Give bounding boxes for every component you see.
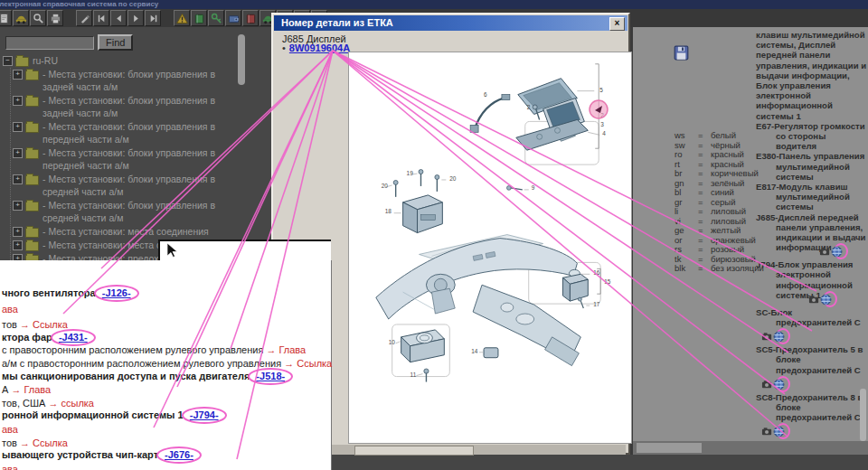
component-link[interactable]: -J431- <box>59 332 88 343</box>
folder-icon <box>25 70 39 80</box>
link-ring: -J126- <box>94 285 139 302</box>
doc-line-text: а/м с правосторонним расположением рулев… <box>2 358 284 369</box>
component-entry: E67-Регулятор громкости со стороны водит… <box>756 121 868 152</box>
part-link-ring <box>776 328 790 344</box>
tree-item[interactable]: +- Места установки: блоки управления в п… <box>13 120 240 146</box>
reference-text[interactable]: ава <box>2 424 18 435</box>
component-id: SC5- <box>756 344 776 354</box>
location-icon[interactable] <box>761 426 773 436</box>
doc-line: тов → Ссылка <box>2 319 68 330</box>
right-panel-vscrollbar[interactable] <box>860 389 866 441</box>
expand-icon[interactable]: + <box>13 122 23 132</box>
tree-item[interactable]: +- Места установки: блоки управления в с… <box>13 199 240 224</box>
search-icon[interactable] <box>30 10 46 26</box>
expand-icon[interactable]: + <box>13 240 23 250</box>
globe-icon[interactable] <box>820 294 832 304</box>
expand-icon[interactable]: + <box>13 227 23 237</box>
reference-text[interactable]: ава <box>2 304 18 315</box>
part-link-ring <box>823 291 837 307</box>
component-link[interactable]: -J126- <box>102 287 131 298</box>
location-icon[interactable] <box>808 294 820 304</box>
tree-scrollbar[interactable] <box>238 34 245 85</box>
doc-line: мы санкционирования доступа и пуска двиг… <box>2 371 288 381</box>
tree-item-label: - Места установки: блоки управления в пе… <box>42 146 240 172</box>
component-link[interactable]: -J794- <box>190 409 219 420</box>
reference-text[interactable]: → Ссылка <box>284 358 332 369</box>
nav-prev-icon[interactable] <box>110 10 127 26</box>
component-entry: E817-Модуль клавиш мультимедийной систем… <box>756 182 868 212</box>
location-icon[interactable] <box>761 379 773 389</box>
expand-icon[interactable]: − <box>3 56 13 66</box>
diagram-item-number: 17 <box>593 301 600 307</box>
reference-text[interactable]: ава <box>2 464 18 470</box>
find-button[interactable]: Find <box>98 34 133 51</box>
expand-icon[interactable]: + <box>13 174 23 184</box>
tree-item[interactable]: +- Места установки: блоки управления в з… <box>13 94 240 119</box>
save-floppy-icon[interactable] <box>674 45 689 61</box>
component-id: J685- <box>756 212 778 222</box>
diagram-item-number: 19 <box>407 170 414 176</box>
reference-text[interactable]: → Глава <box>266 344 306 355</box>
component-id: E817- <box>756 182 779 192</box>
print-icon[interactable] <box>47 10 63 26</box>
doc-line: а/м с правосторонним расположением рулев… <box>2 358 332 369</box>
tree-root[interactable]: −ru-RU <box>3 54 240 67</box>
edit-icon[interactable] <box>76 10 92 26</box>
mouse-cursor-icon <box>166 242 180 258</box>
exploded-parts-diagram: 522346918192020101114161517 <box>349 52 631 443</box>
parts-diagram-page: 522346918192020101114161517 <box>348 52 632 444</box>
reference-text[interactable]: → Ссылка <box>20 319 68 330</box>
wallet-icon[interactable] <box>225 10 241 26</box>
component-link[interactable]: -J518- <box>256 371 285 381</box>
folder-icon <box>25 228 39 238</box>
tree-item[interactable]: +- Места установки: блоки управления в з… <box>13 68 240 93</box>
doc-line: ктора фар -J431- <box>2 332 91 343</box>
doc-line-text: мы санкционирования доступа и пуска двиг… <box>2 371 252 381</box>
expand-icon[interactable]: + <box>13 201 23 211</box>
expand-icon[interactable]: + <box>13 70 23 80</box>
location-icon[interactable] <box>819 246 831 256</box>
document-icon[interactable] <box>0 10 12 26</box>
close-icon[interactable]: × <box>609 17 625 31</box>
globe-icon[interactable] <box>831 246 843 256</box>
doc-line: ава <box>2 464 18 470</box>
reference-text[interactable]: → ссылка <box>48 398 94 409</box>
reference-text[interactable]: → Глава <box>11 384 51 395</box>
tree-item-label: - Места установки: блоки управления в за… <box>42 68 240 93</box>
expand-icon[interactable]: + <box>13 96 23 106</box>
legend-panel: ws=белыйsw=чёрныйro=красныйrt=красныйbr=… <box>633 27 868 441</box>
diagram-item-number: 9 <box>532 184 535 191</box>
globe-icon[interactable] <box>773 426 785 436</box>
component-link[interactable]: -J676- <box>165 449 193 460</box>
doc-line: ронной информационной системы 1 -J794- <box>2 409 222 420</box>
right-panel-hscrollbar[interactable] <box>633 441 868 455</box>
reference-text[interactable]: → Ссылка <box>20 437 68 448</box>
tree-item-label: - Места установки: блоки управления в ср… <box>42 173 240 198</box>
doc-line-text: А <box>2 384 11 395</box>
diagram-item-number: 2 <box>600 112 604 118</box>
tree-item[interactable]: +- Места установки: блоки управления в с… <box>13 173 240 198</box>
popup-title-bar[interactable]: Номер детали из ЕТКА × <box>274 15 627 31</box>
nav-first-icon[interactable] <box>93 10 109 26</box>
app-title-bar: электронная справочная система по сервис… <box>0 0 868 9</box>
component-id: J794- <box>756 259 778 269</box>
warning-icon[interactable] <box>174 10 190 26</box>
app-title: электронная справочная система по сервис… <box>0 0 158 9</box>
tree-item[interactable]: +- Места установки: блоки управления в п… <box>13 146 240 172</box>
car-icon[interactable] <box>13 10 29 26</box>
folder-icon <box>25 149 39 159</box>
part-number-link[interactable]: 8W0919604A <box>289 42 350 53</box>
book-green-icon[interactable] <box>191 10 207 26</box>
tree-item[interactable]: +- Места установки: места соединения <box>13 225 240 238</box>
key-icon[interactable] <box>208 10 224 26</box>
globe-icon[interactable] <box>773 331 785 341</box>
search-input[interactable] <box>5 36 94 50</box>
location-icon[interactable] <box>761 331 773 341</box>
nav-last-icon[interactable] <box>145 10 161 26</box>
book-red-icon[interactable] <box>242 10 259 26</box>
expand-icon[interactable]: + <box>13 148 23 158</box>
globe-icon[interactable] <box>773 379 785 389</box>
nav-next-icon[interactable] <box>127 10 144 26</box>
component-entry: J794-Блок управления электронной информа… <box>756 259 868 307</box>
doc-line: чного вентилятора -J126- <box>2 287 135 298</box>
